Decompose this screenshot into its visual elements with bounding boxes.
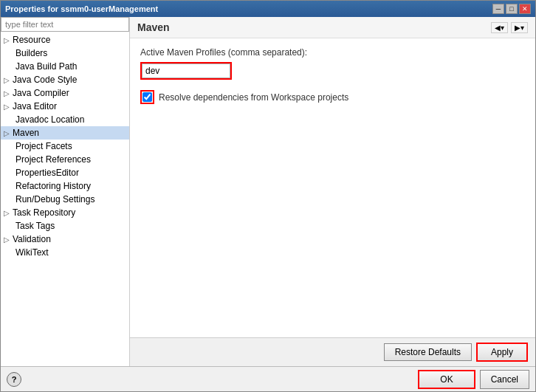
sidebar-item-label: Project Facets	[16, 141, 72, 151]
nav-back-button[interactable]: ◀▾	[491, 22, 508, 33]
sidebar-item-builders[interactable]: Builders	[1, 47, 129, 60]
sidebar-item-label: Javadoc Location	[16, 114, 84, 125]
title-bar: Properties for ssmm0-userManagement ─ □ …	[1, 1, 535, 17]
sidebar-item-java-compiler[interactable]: ▷ Java Compiler	[1, 86, 129, 100]
sidebar-item-wikitext[interactable]: WikiText	[1, 246, 129, 259]
bottom-buttons: OK Cancel	[418, 370, 529, 389]
sidebar-item-project-facets[interactable]: Project Facets	[1, 140, 129, 153]
sidebar-item-label: Resource	[13, 35, 50, 45]
arrow-icon: ▷	[4, 89, 11, 97]
panel-content: Active Maven Profiles (comma separated):…	[130, 38, 535, 337]
sidebar-item-label: Java Build Path	[16, 61, 77, 72]
bottom-bar: ? OK Cancel	[1, 366, 535, 391]
sidebar-item-label: Run/Debug Settings	[16, 194, 95, 204]
properties-dialog: Properties for ssmm0-userManagement ─ □ …	[0, 0, 536, 392]
tree-area: ▷ Resource Builders Java Build Path ▷ Ja…	[1, 32, 129, 366]
arrow-icon: ▷	[4, 129, 11, 137]
window-title: Properties for ssmm0-userManagement	[5, 4, 158, 13]
resolve-checkbox[interactable]	[142, 92, 152, 102]
arrow-icon: ▷	[4, 209, 11, 217]
sidebar: ▷ Resource Builders Java Build Path ▷ Ja…	[1, 17, 130, 366]
sidebar-item-label: Maven	[13, 128, 39, 138]
sidebar-item-label: Java Code Style	[13, 75, 77, 85]
sidebar-item-javadoc-location[interactable]: Javadoc Location	[1, 113, 129, 126]
sidebar-item-project-references[interactable]: Project References	[1, 153, 129, 166]
sidebar-item-label: Java Compiler	[13, 88, 69, 98]
panel-title: Maven	[137, 21, 170, 33]
checkbox-row: Resolve dependencies from Workspace proj…	[140, 90, 525, 104]
profiles-input-wrapper	[140, 62, 232, 80]
apply-button[interactable]: Apply	[476, 343, 528, 362]
sidebar-item-task-tags[interactable]: Task Tags	[1, 219, 129, 233]
panel-header: Maven ◀▾ ▶▾	[130, 17, 535, 38]
panel-nav: ◀▾ ▶▾	[491, 22, 528, 33]
sidebar-item-label: Project References	[16, 154, 91, 165]
sidebar-item-java-editor[interactable]: ▷ Java Editor	[1, 100, 129, 113]
sidebar-item-maven[interactable]: ▷ Maven	[1, 126, 129, 140]
sidebar-item-run-debug-settings[interactable]: Run/Debug Settings	[1, 193, 129, 206]
sidebar-item-label: Builders	[16, 48, 47, 58]
sidebar-item-label: PropertiesEditor	[16, 168, 79, 178]
arrow-icon: ▷	[4, 36, 11, 44]
help-button[interactable]: ?	[7, 372, 21, 387]
maximize-button[interactable]: □	[506, 4, 518, 14]
sidebar-item-properties-editor[interactable]: PropertiesEditor	[1, 166, 129, 179]
sidebar-item-label: Refactoring History	[16, 181, 91, 191]
content-area: ▷ Resource Builders Java Build Path ▷ Ja…	[1, 17, 535, 366]
sidebar-item-label: Validation	[13, 234, 51, 244]
close-button[interactable]: ✕	[519, 4, 531, 14]
cancel-button[interactable]: Cancel	[480, 370, 529, 389]
arrow-icon: ▷	[4, 103, 11, 111]
main-panel: Maven ◀▾ ▶▾ Active Maven Profiles (comma…	[130, 17, 535, 366]
resolve-checkbox-wrapper	[140, 90, 154, 104]
sidebar-item-resource[interactable]: ▷ Resource	[1, 33, 129, 47]
profiles-input[interactable]	[142, 63, 230, 78]
button-row: Restore Defaults Apply	[130, 337, 535, 366]
sidebar-item-validation[interactable]: ▷ Validation	[1, 233, 129, 246]
minimize-button[interactable]: ─	[492, 4, 504, 14]
filter-input[interactable]	[1, 17, 129, 32]
sidebar-item-java-code-style[interactable]: ▷ Java Code Style	[1, 73, 129, 86]
sidebar-item-refactoring-history[interactable]: Refactoring History	[1, 179, 129, 193]
arrow-icon: ▷	[4, 76, 11, 84]
sidebar-item-label: WikiText	[16, 247, 49, 258]
window-controls: ─ □ ✕	[492, 4, 531, 14]
sidebar-item-label: Task Tags	[16, 221, 55, 231]
arrow-icon: ▷	[4, 235, 11, 244]
ok-button[interactable]: OK	[418, 370, 475, 389]
sidebar-item-label: Java Editor	[13, 101, 57, 111]
sidebar-item-java-build-path[interactable]: Java Build Path	[1, 60, 129, 73]
restore-defaults-button[interactable]: Restore Defaults	[384, 343, 472, 361]
sidebar-item-task-repository[interactable]: ▷ Task Repository	[1, 206, 129, 219]
profiles-label: Active Maven Profiles (comma separated):	[140, 47, 525, 58]
resolve-label: Resolve dependencies from Workspace proj…	[159, 92, 348, 103]
nav-forward-button[interactable]: ▶▾	[511, 22, 528, 33]
sidebar-item-label: Task Repository	[13, 207, 75, 218]
